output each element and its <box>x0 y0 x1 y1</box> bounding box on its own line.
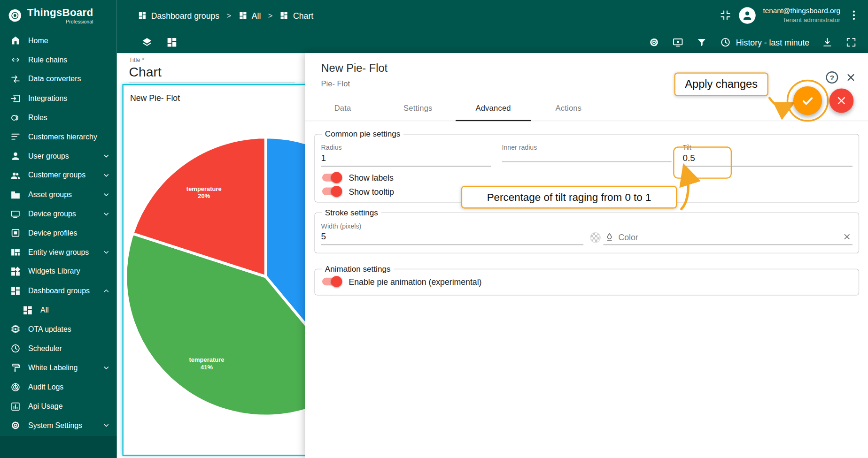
clear-color-icon[interactable] <box>843 232 852 241</box>
timewindow-button[interactable]: History - last minute <box>720 36 809 48</box>
sidebar-item-label: All <box>40 306 111 314</box>
sidebar-item-all[interactable]: All <box>0 300 117 320</box>
home-icon <box>10 35 21 46</box>
color-preview-swatch[interactable] <box>590 232 600 243</box>
chevron-down-icon[interactable] <box>101 420 111 430</box>
user-role: Tenant administrator <box>763 16 840 24</box>
sidebar-item-integrations[interactable]: Integrations <box>0 89 117 108</box>
show-tooltip-toggle[interactable] <box>322 188 341 196</box>
chevron-down-icon[interactable] <box>101 209 111 219</box>
sidebar-item-white-labeling[interactable]: White Labeling <box>0 358 117 377</box>
sidebar-item-home[interactable]: Home <box>0 31 117 50</box>
widget-title-input[interactable]: Chart <box>129 63 295 83</box>
sidebar-item-device-profiles[interactable]: Device profiles <box>0 223 117 243</box>
fullscreen-exit-icon[interactable] <box>719 9 732 22</box>
chevron-up-icon[interactable] <box>101 286 111 296</box>
sidebar-item-dashboard-groups[interactable]: Dashboard groups <box>0 281 117 300</box>
chevron-down-icon[interactable] <box>101 170 111 180</box>
pie-widget-preview[interactable]: New Pie- Flot temperature41%temperature2… <box>122 84 310 456</box>
sidebar-item-data-converters[interactable]: Data converters <box>0 69 117 89</box>
all-icon <box>22 305 33 316</box>
sidebar-item-system-settings[interactable]: System Settings <box>0 416 117 435</box>
breadcrumb-item-all[interactable]: All <box>239 11 261 20</box>
dashboard-toolbar: History - last minute <box>117 31 868 53</box>
help-icon[interactable]: ? <box>826 71 838 84</box>
color-input[interactable]: Color <box>604 230 852 245</box>
sidebar-item-device-groups[interactable]: Device groups <box>0 204 117 223</box>
layouts-icon[interactable] <box>141 36 153 48</box>
tilt-field[interactable]: Tilt0.5 <box>683 144 852 166</box>
sidebar-item-audit-logs[interactable]: Audit Logs <box>0 377 117 397</box>
common-pie-settings-legend: Common pie settings <box>322 130 404 138</box>
tab-data[interactable]: Data <box>305 95 380 121</box>
audit-logs-icon <box>10 382 21 393</box>
breadcrumb-label: Chart <box>293 11 313 20</box>
field-value[interactable]: 0.5 <box>683 152 852 167</box>
breadcrumb-label: Dashboard groups <box>151 11 219 20</box>
tab-advanced[interactable]: Advanced <box>456 95 531 121</box>
inner-radius-field[interactable]: Inner radius <box>502 144 672 166</box>
apply-changes-button[interactable] <box>793 86 822 115</box>
stroke-width-field[interactable]: Width (pixels) 5 <box>321 222 584 245</box>
sidebar-item-label: Scheduler <box>28 344 111 353</box>
pie-fields-row: Radius1Inner radiusTilt0.5 <box>320 140 853 168</box>
states-icon[interactable] <box>166 36 178 48</box>
close-icon[interactable] <box>845 72 857 83</box>
animation-toggle-label: Enable pie animation (experimental) <box>349 277 481 286</box>
sidebar-footer <box>0 436 117 458</box>
tab-settings[interactable]: Settings <box>380 95 456 121</box>
chevron-down-icon[interactable] <box>101 151 111 161</box>
enable-animation-toggle[interactable] <box>322 278 341 286</box>
customer-groups-icon <box>10 170 21 181</box>
chevron-down-icon[interactable] <box>101 190 111 199</box>
tab-actions[interactable]: Actions <box>531 95 606 121</box>
sidebar-item-label: Device groups <box>28 210 94 218</box>
chevron-down-icon[interactable] <box>101 363 111 373</box>
radius-field[interactable]: Radius1 <box>321 144 491 166</box>
entity-view-groups-icon <box>10 247 21 258</box>
sidebar-item-user-groups[interactable]: User groups <box>0 146 117 166</box>
sidebar-item-label: Asset groups <box>28 191 94 199</box>
sidebar-item-label: Integrations <box>28 94 111 103</box>
animation-toggle-row: Enable pie animation (experimental) <box>320 275 853 289</box>
sidebar-item-ota-updates[interactable]: OTA updates <box>0 320 117 339</box>
sidebar-item-rule-chains[interactable]: Rule chains <box>0 50 117 69</box>
sidebar-item-asset-groups[interactable]: Asset groups <box>0 185 117 204</box>
sidebar-item-widgets-library[interactable]: Widgets Library <box>0 262 117 281</box>
kebab-menu-icon[interactable] <box>847 9 860 22</box>
dashboard-settings-icon[interactable] <box>649 36 660 48</box>
field-value[interactable]: 1 <box>321 152 491 167</box>
pie-chart: temperature41%temperature20% <box>124 85 310 455</box>
show-labels-toggle[interactable] <box>322 174 341 182</box>
sidebar-item-label: System Settings <box>28 421 94 430</box>
entity-aliases-icon[interactable] <box>672 36 684 48</box>
asset-groups-icon <box>10 189 21 200</box>
logo[interactable]: ThingsBoard Professional <box>0 0 117 31</box>
animation-settings-group: Animation settings Enable pie animation … <box>314 264 859 295</box>
sidebar-item-customers-hierarchy[interactable]: Customers hierarchy <box>0 127 117 146</box>
field-value[interactable] <box>502 152 672 162</box>
cancel-changes-button[interactable] <box>829 89 853 113</box>
top-right-controls: tenant@thingsboard.org Tenant administra… <box>719 7 860 24</box>
widget-title-field-label: Title * <box>129 56 305 63</box>
device-profiles-icon <box>10 228 21 239</box>
fullscreen-icon[interactable] <box>845 36 857 48</box>
filters-icon[interactable] <box>696 36 708 48</box>
export-icon[interactable] <box>822 36 833 48</box>
sidebar-item-label: Entity view groups <box>28 248 94 257</box>
person-icon <box>741 9 753 22</box>
timewindow-label: History - last minute <box>736 38 809 47</box>
sidebar-item-roles[interactable]: Roles <box>0 108 117 127</box>
breadcrumb-item-chart[interactable]: Chart <box>280 11 314 20</box>
sidebar-item-api-usage[interactable]: Api Usage <box>0 397 117 416</box>
breadcrumb-item-dashboard-groups[interactable]: Dashboard groups <box>138 11 219 20</box>
sidebar-item-entity-view-groups[interactable]: Entity view groups <box>0 243 117 262</box>
sidebar: ThingsBoard Professional HomeRule chains… <box>0 0 117 458</box>
sidebar-item-label: Rule chains <box>28 56 111 64</box>
stroke-width-value[interactable]: 5 <box>321 230 584 245</box>
chevron-down-icon[interactable] <box>101 247 111 257</box>
sidebar-item-scheduler[interactable]: Scheduler <box>0 339 117 358</box>
sidebar-item-customer-groups[interactable]: Customer groups <box>0 166 117 185</box>
roles-icon <box>10 112 21 123</box>
avatar[interactable] <box>739 7 756 23</box>
